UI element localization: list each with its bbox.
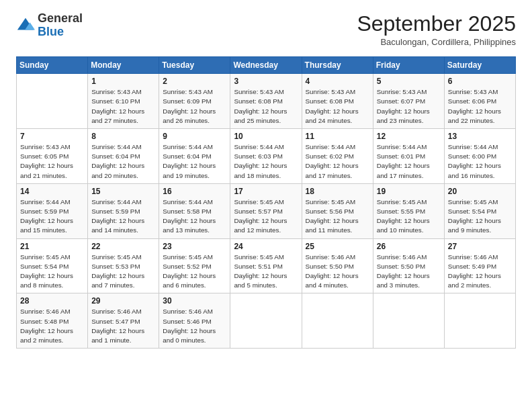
day-number: 23 [163, 242, 226, 251]
page: General Blue September 2025 Baculongan, … [0, 0, 532, 411]
day-number: 19 [377, 187, 441, 196]
calendar-cell: 5Sunrise: 5:43 AM Sunset: 6:07 PM Daylig… [373, 74, 444, 129]
day-info: Sunrise: 5:44 AM Sunset: 6:01 PM Dayligh… [377, 142, 441, 181]
day-info: Sunrise: 5:44 AM Sunset: 6:04 PM Dayligh… [91, 142, 155, 181]
calendar-cell: 14Sunrise: 5:44 AM Sunset: 5:59 PM Dayli… [17, 183, 88, 238]
calendar-cell: 20Sunrise: 5:45 AM Sunset: 5:54 PM Dayli… [444, 183, 515, 238]
calendar-cell: 24Sunrise: 5:45 AM Sunset: 5:51 PM Dayli… [230, 238, 302, 293]
calendar-cell: 12Sunrise: 5:44 AM Sunset: 6:01 PM Dayli… [373, 129, 444, 184]
day-number: 6 [448, 77, 512, 86]
day-info: Sunrise: 5:46 AM Sunset: 5:50 PM Dayligh… [306, 253, 369, 291]
header: General Blue September 2025 Baculongan, … [16, 12, 516, 47]
day-info: Sunrise: 5:44 AM Sunset: 6:02 PM Dayligh… [306, 142, 369, 181]
header-day: Monday [88, 57, 159, 74]
day-number: 8 [91, 132, 155, 141]
calendar-cell: 25Sunrise: 5:46 AM Sunset: 5:50 PM Dayli… [302, 238, 373, 293]
calendar-cell: 23Sunrise: 5:45 AM Sunset: 5:52 PM Dayli… [159, 238, 230, 293]
day-number: 14 [20, 187, 84, 196]
day-number: 17 [234, 187, 298, 196]
day-number: 12 [377, 132, 441, 141]
day-number: 5 [377, 77, 441, 86]
calendar-cell: 28Sunrise: 5:46 AM Sunset: 5:48 PM Dayli… [17, 293, 88, 349]
day-number: 11 [306, 132, 369, 141]
logo: General Blue [16, 12, 83, 39]
day-number: 28 [20, 296, 84, 306]
calendar-cell: 16Sunrise: 5:44 AM Sunset: 5:58 PM Dayli… [159, 183, 230, 238]
day-info: Sunrise: 5:46 AM Sunset: 5:47 PM Dayligh… [91, 307, 155, 345]
calendar-cell: 10Sunrise: 5:44 AM Sunset: 6:03 PM Dayli… [230, 129, 302, 184]
day-number: 15 [91, 187, 155, 196]
header-row: SundayMondayTuesdayWednesdayThursdayFrid… [17, 57, 516, 74]
day-info: Sunrise: 5:43 AM Sunset: 6:07 PM Dayligh… [377, 87, 441, 126]
calendar-week: 28Sunrise: 5:46 AM Sunset: 5:48 PM Dayli… [17, 293, 516, 349]
day-number: 22 [91, 242, 155, 251]
day-number: 29 [91, 296, 155, 306]
day-number: 21 [20, 242, 84, 251]
logo-blue: Blue [38, 25, 64, 38]
day-info: Sunrise: 5:45 AM Sunset: 5:56 PM Dayligh… [306, 197, 369, 236]
day-number: 30 [163, 296, 226, 306]
calendar-cell: 27Sunrise: 5:46 AM Sunset: 5:49 PM Dayli… [444, 238, 515, 293]
day-number: 7 [20, 132, 84, 141]
day-info: Sunrise: 5:45 AM Sunset: 5:54 PM Dayligh… [448, 197, 512, 236]
day-info: Sunrise: 5:45 AM Sunset: 5:52 PM Dayligh… [163, 253, 226, 291]
calendar-week: 14Sunrise: 5:44 AM Sunset: 5:59 PM Dayli… [17, 183, 516, 238]
day-info: Sunrise: 5:43 AM Sunset: 6:08 PM Dayligh… [306, 87, 369, 126]
calendar-cell: 2Sunrise: 5:43 AM Sunset: 6:09 PM Daylig… [159, 74, 230, 129]
header-day: Wednesday [230, 57, 302, 74]
calendar-cell [373, 293, 444, 349]
logo-general: General [38, 11, 83, 25]
day-info: Sunrise: 5:43 AM Sunset: 6:05 PM Dayligh… [20, 142, 84, 181]
header-day: Thursday [302, 57, 373, 74]
day-info: Sunrise: 5:44 AM Sunset: 5:59 PM Dayligh… [91, 197, 155, 236]
calendar-cell: 7Sunrise: 5:43 AM Sunset: 6:05 PM Daylig… [17, 129, 88, 184]
day-number: 18 [306, 187, 369, 196]
day-info: Sunrise: 5:44 AM Sunset: 6:00 PM Dayligh… [448, 142, 512, 181]
calendar-cell: 1Sunrise: 5:43 AM Sunset: 6:10 PM Daylig… [88, 74, 159, 129]
calendar-week: 21Sunrise: 5:45 AM Sunset: 5:54 PM Dayli… [17, 238, 516, 293]
day-number: 16 [163, 187, 226, 196]
day-info: Sunrise: 5:46 AM Sunset: 5:49 PM Dayligh… [448, 253, 512, 291]
calendar: SundayMondayTuesdayWednesdayThursdayFrid… [16, 56, 516, 349]
calendar-cell [230, 293, 302, 349]
day-number: 3 [234, 77, 298, 86]
calendar-cell: 30Sunrise: 5:46 AM Sunset: 5:46 PM Dayli… [159, 293, 230, 349]
calendar-week: 7Sunrise: 5:43 AM Sunset: 6:05 PM Daylig… [17, 129, 516, 184]
day-number: 2 [163, 77, 226, 86]
day-info: Sunrise: 5:44 AM Sunset: 6:03 PM Dayligh… [234, 142, 298, 181]
calendar-cell: 9Sunrise: 5:44 AM Sunset: 6:04 PM Daylig… [159, 129, 230, 184]
calendar-cell: 17Sunrise: 5:45 AM Sunset: 5:57 PM Dayli… [230, 183, 302, 238]
day-number: 24 [234, 242, 298, 251]
calendar-cell: 3Sunrise: 5:43 AM Sunset: 6:08 PM Daylig… [230, 74, 302, 129]
day-info: Sunrise: 5:45 AM Sunset: 5:54 PM Dayligh… [20, 253, 84, 291]
day-info: Sunrise: 5:45 AM Sunset: 5:55 PM Dayligh… [377, 197, 441, 236]
day-number: 13 [448, 132, 512, 141]
day-info: Sunrise: 5:46 AM Sunset: 5:48 PM Dayligh… [20, 307, 84, 345]
calendar-cell: 21Sunrise: 5:45 AM Sunset: 5:54 PM Dayli… [17, 238, 88, 293]
day-info: Sunrise: 5:46 AM Sunset: 5:50 PM Dayligh… [377, 253, 441, 291]
calendar-cell: 8Sunrise: 5:44 AM Sunset: 6:04 PM Daylig… [88, 129, 159, 184]
day-info: Sunrise: 5:43 AM Sunset: 6:06 PM Dayligh… [448, 87, 512, 126]
month-title: September 2025 [357, 12, 516, 36]
day-number: 10 [234, 132, 298, 141]
header-day: Friday [373, 57, 444, 74]
header-day: Saturday [444, 57, 515, 74]
day-info: Sunrise: 5:44 AM Sunset: 6:04 PM Dayligh… [163, 142, 226, 181]
calendar-cell [444, 293, 515, 349]
day-number: 27 [448, 242, 512, 251]
day-info: Sunrise: 5:46 AM Sunset: 5:46 PM Dayligh… [163, 307, 226, 345]
calendar-cell: 4Sunrise: 5:43 AM Sunset: 6:08 PM Daylig… [302, 74, 373, 129]
calendar-cell: 18Sunrise: 5:45 AM Sunset: 5:56 PM Dayli… [302, 183, 373, 238]
day-info: Sunrise: 5:43 AM Sunset: 6:08 PM Dayligh… [234, 87, 298, 126]
calendar-cell: 15Sunrise: 5:44 AM Sunset: 5:59 PM Dayli… [88, 183, 159, 238]
calendar-cell: 19Sunrise: 5:45 AM Sunset: 5:55 PM Dayli… [373, 183, 444, 238]
day-number: 25 [306, 242, 369, 251]
calendar-cell: 22Sunrise: 5:45 AM Sunset: 5:53 PM Dayli… [88, 238, 159, 293]
day-number: 1 [91, 77, 155, 86]
day-number: 9 [163, 132, 226, 141]
calendar-week: 1Sunrise: 5:43 AM Sunset: 6:10 PM Daylig… [17, 74, 516, 129]
calendar-cell [302, 293, 373, 349]
header-day: Sunday [17, 57, 88, 74]
title-block: September 2025 Baculongan, Cordillera, P… [357, 12, 516, 47]
calendar-header: SundayMondayTuesdayWednesdayThursdayFrid… [17, 57, 516, 74]
